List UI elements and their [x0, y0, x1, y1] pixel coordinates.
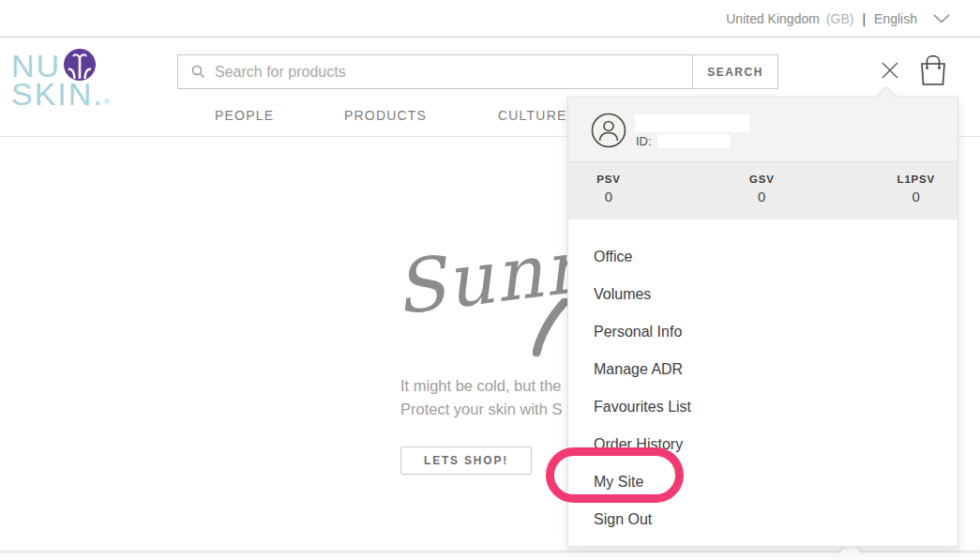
shopping-bag-icon[interactable] — [916, 53, 950, 88]
id-label: ID: — [636, 134, 652, 148]
chevron-down-icon[interactable] — [933, 14, 950, 23]
menu-item-favourites-list[interactable]: Favourites List — [568, 388, 957, 426]
menu-item-order-history[interactable]: Order History — [568, 426, 957, 463]
primary-nav: PEOPLE PRODUCTS CULTURE — [0, 108, 600, 127]
user-name-redacted — [635, 114, 749, 132]
locale-selector[interactable]: United Kingdom (GB) | English — [726, 0, 950, 38]
search-button[interactable]: SEARCH — [693, 54, 778, 89]
nuskin-logo[interactable]: NU SKIN.® — [11, 50, 112, 110]
locale-bar: United Kingdom (GB) | English — [0, 0, 980, 38]
page: United Kingdom (GB) | English NU — [0, 0, 980, 560]
user-id-redacted — [657, 134, 731, 148]
stat-psv-label: PSV — [591, 174, 626, 185]
nav-item-people[interactable]: PEOPLE — [215, 108, 274, 123]
account-header: ID: — [568, 98, 957, 161]
search-bar: SEARCH — [177, 54, 778, 89]
country-code: (GB) — [826, 11, 854, 26]
account-menu-list: Office Volumes Personal Info Manage ADR … — [568, 219, 957, 538]
menu-item-my-site[interactable]: My Site — [568, 463, 957, 501]
locale-separator: | — [860, 11, 867, 26]
menu-item-office[interactable]: Office — [568, 238, 957, 276]
menu-item-sign-out[interactable]: Sign Out — [568, 501, 957, 538]
user-id-row: ID: — [636, 134, 731, 148]
stat-gsv-value: 0 — [744, 189, 779, 204]
menu-item-manage-adr[interactable]: Manage ADR — [568, 351, 957, 388]
country-label: United Kingdom — [726, 11, 820, 26]
language-label: English — [874, 11, 917, 26]
stat-gsv-label: GSV — [744, 174, 779, 185]
bottom-divider — [0, 552, 980, 560]
stat-psv: PSV 0 — [591, 174, 626, 219]
stat-l1psv-value: 0 — [897, 189, 935, 204]
menu-item-volumes[interactable]: Volumes — [568, 276, 957, 313]
nav-item-products[interactable]: PRODUCTS — [344, 108, 427, 123]
account-dropdown: ID: PSV 0 GSV 0 L1PSV 0 Office Volumes P… — [567, 97, 958, 547]
nav-item-culture[interactable]: CULTURE — [498, 108, 566, 123]
user-avatar-icon — [591, 113, 626, 148]
hero-script-stroke — [533, 298, 572, 356]
search-icon — [191, 65, 205, 79]
stat-l1psv-label: L1PSV — [897, 174, 935, 185]
stat-psv-value: 0 — [591, 189, 626, 204]
logo-text-skin: SKIN.® — [11, 78, 112, 110]
menu-item-personal-info[interactable]: Personal Info — [568, 313, 957, 351]
volume-stats: PSV 0 GSV 0 L1PSV 0 — [568, 161, 957, 219]
bottom-notch-cover — [837, 553, 868, 560]
search-input[interactable] — [215, 64, 692, 81]
stat-gsv: GSV 0 — [744, 174, 779, 219]
close-icon[interactable] — [880, 60, 900, 81]
lets-shop-button[interactable]: LETS SHOP! — [400, 446, 532, 475]
search-field-container — [177, 54, 693, 89]
stat-l1psv: L1PSV 0 — [897, 174, 935, 219]
